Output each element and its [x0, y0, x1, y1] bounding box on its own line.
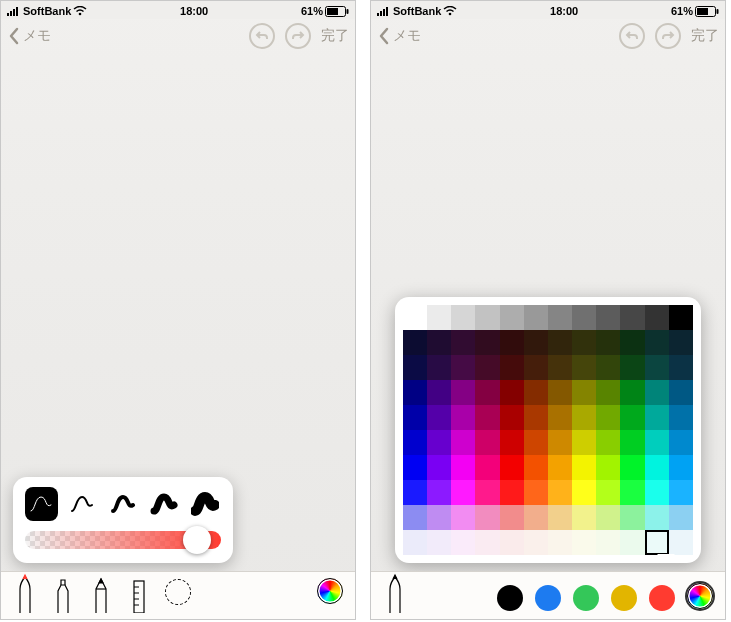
- color-cell[interactable]: [403, 380, 427, 405]
- color-cell[interactable]: [620, 430, 644, 455]
- color-cell[interactable]: [475, 355, 499, 380]
- color-cell[interactable]: [524, 380, 548, 405]
- color-cell[interactable]: [427, 380, 451, 405]
- color-cell[interactable]: [669, 305, 693, 330]
- color-cell[interactable]: [645, 480, 669, 505]
- stroke-width-option[interactable]: [188, 487, 221, 521]
- color-grid[interactable]: [403, 305, 693, 555]
- color-cell[interactable]: [548, 505, 572, 530]
- color-cell[interactable]: [427, 530, 451, 555]
- color-cell[interactable]: [524, 505, 548, 530]
- back-button[interactable]: メモ: [7, 27, 51, 45]
- color-cell[interactable]: [475, 330, 499, 355]
- color-cell[interactable]: [572, 430, 596, 455]
- color-cell[interactable]: [596, 530, 620, 555]
- color-cell[interactable]: [596, 355, 620, 380]
- color-cell[interactable]: [596, 305, 620, 330]
- color-cell[interactable]: [427, 405, 451, 430]
- color-cell[interactable]: [620, 380, 644, 405]
- stroke-width-option[interactable]: [66, 487, 99, 521]
- color-cell[interactable]: [500, 355, 524, 380]
- color-cell[interactable]: [500, 430, 524, 455]
- tool-lasso[interactable]: [165, 579, 191, 605]
- color-cell[interactable]: [403, 305, 427, 330]
- color-cell[interactable]: [451, 355, 475, 380]
- color-swatch[interactable]: [573, 585, 599, 611]
- color-cell[interactable]: [669, 530, 693, 555]
- color-cell[interactable]: [620, 305, 644, 330]
- redo-button[interactable]: [655, 23, 681, 49]
- opacity-slider[interactable]: [25, 531, 221, 549]
- color-cell[interactable]: [475, 405, 499, 430]
- done-button[interactable]: 完了: [691, 27, 719, 45]
- color-cell[interactable]: [524, 330, 548, 355]
- color-cell[interactable]: [451, 430, 475, 455]
- color-cell[interactable]: [475, 380, 499, 405]
- color-cell[interactable]: [645, 505, 669, 530]
- color-cell[interactable]: [475, 305, 499, 330]
- color-cell[interactable]: [645, 430, 669, 455]
- color-cell[interactable]: [596, 380, 620, 405]
- color-cell[interactable]: [524, 305, 548, 330]
- color-cell[interactable]: [403, 480, 427, 505]
- color-cell[interactable]: [645, 455, 669, 480]
- color-picker-button[interactable]: [687, 583, 713, 609]
- color-cell[interactable]: [451, 455, 475, 480]
- color-cell[interactable]: [669, 505, 693, 530]
- color-cell[interactable]: [548, 480, 572, 505]
- color-cell[interactable]: [524, 455, 548, 480]
- color-cell[interactable]: [427, 480, 451, 505]
- color-cell[interactable]: [500, 405, 524, 430]
- color-cell[interactable]: [500, 455, 524, 480]
- color-cell[interactable]: [475, 505, 499, 530]
- back-button[interactable]: メモ: [377, 27, 421, 45]
- stroke-width-option[interactable]: [107, 487, 140, 521]
- color-cell[interactable]: [475, 455, 499, 480]
- color-swatch[interactable]: [497, 585, 523, 611]
- color-cell[interactable]: [572, 530, 596, 555]
- color-swatch[interactable]: [611, 585, 637, 611]
- color-cell[interactable]: [524, 405, 548, 430]
- color-cell[interactable]: [524, 530, 548, 555]
- tool-pen[interactable]: [13, 575, 37, 613]
- color-cell[interactable]: [403, 405, 427, 430]
- color-cell[interactable]: [596, 455, 620, 480]
- color-cell[interactable]: [669, 480, 693, 505]
- color-cell[interactable]: [403, 330, 427, 355]
- color-cell[interactable]: [500, 530, 524, 555]
- color-cell[interactable]: [548, 405, 572, 430]
- color-cell[interactable]: [427, 330, 451, 355]
- color-cell[interactable]: [548, 330, 572, 355]
- color-cell[interactable]: [620, 355, 644, 380]
- color-cell[interactable]: [500, 505, 524, 530]
- color-cell[interactable]: [645, 330, 669, 355]
- color-cell[interactable]: [572, 380, 596, 405]
- color-cell[interactable]: [500, 330, 524, 355]
- tool-pen[interactable]: [383, 575, 407, 613]
- color-picker-button[interactable]: [317, 578, 343, 604]
- color-cell[interactable]: [500, 305, 524, 330]
- color-cell[interactable]: [451, 505, 475, 530]
- color-cell[interactable]: [524, 480, 548, 505]
- stroke-width-option[interactable]: [25, 487, 58, 521]
- color-cell[interactable]: [669, 405, 693, 430]
- color-cell[interactable]: [669, 355, 693, 380]
- color-cell[interactable]: [669, 430, 693, 455]
- color-cell[interactable]: [451, 405, 475, 430]
- color-cell[interactable]: [548, 530, 572, 555]
- color-cell[interactable]: [403, 530, 427, 555]
- color-cell[interactable]: [403, 505, 427, 530]
- color-cell[interactable]: [669, 380, 693, 405]
- color-cell[interactable]: [572, 305, 596, 330]
- color-cell[interactable]: [620, 330, 644, 355]
- undo-button[interactable]: [619, 23, 645, 49]
- color-cell[interactable]: [427, 305, 451, 330]
- color-cell[interactable]: [451, 305, 475, 330]
- color-cell[interactable]: [427, 355, 451, 380]
- color-cell[interactable]: [572, 330, 596, 355]
- color-cell[interactable]: [596, 505, 620, 530]
- color-cell[interactable]: [645, 405, 669, 430]
- color-cell[interactable]: [645, 305, 669, 330]
- color-cell[interactable]: [451, 530, 475, 555]
- color-cell[interactable]: [548, 430, 572, 455]
